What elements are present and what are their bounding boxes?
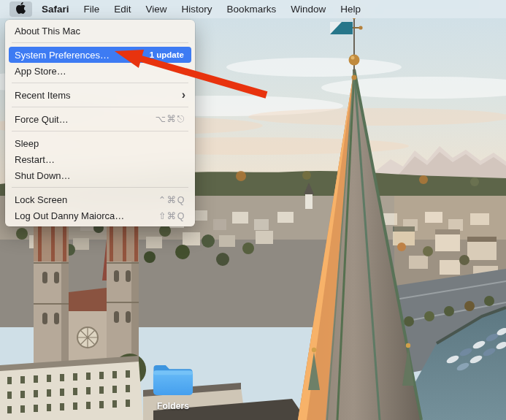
- menubar-app-name[interactable]: Safari: [34, 0, 77, 18]
- menu-item-shut-down[interactable]: Shut Down…: [9, 167, 191, 183]
- menu-item-sleep[interactable]: Sleep: [9, 135, 191, 151]
- menubar-item-view[interactable]: View: [139, 0, 175, 18]
- menubar-item-file[interactable]: File: [77, 0, 107, 18]
- folder-icon: [152, 362, 194, 400]
- folder-icon-label: Folders: [157, 401, 189, 411]
- menubar-item-bookmarks[interactable]: Bookmarks: [220, 0, 284, 18]
- menubar-item-window[interactable]: Window: [283, 0, 333, 18]
- menu-item-lock-screen[interactable]: Lock Screen ⌃⌘Q: [9, 191, 191, 207]
- apple-menu-button[interactable]: [9, 1, 32, 17]
- menu-item-recent-items[interactable]: Recent Items ›: [9, 87, 191, 103]
- desktop: Folders Safari File Edit View History Bo…: [0, 0, 506, 420]
- menu-bar: Safari File Edit View History Bookmarks …: [0, 0, 506, 18]
- apple-logo-icon: [16, 2, 26, 16]
- menu-separator: [12, 107, 188, 107]
- menu-item-about-this-mac[interactable]: About This Mac: [9, 23, 191, 39]
- shortcut-lock-screen: ⌃⌘Q: [158, 194, 185, 205]
- desktop-folder-folders[interactable]: Folders: [144, 362, 202, 411]
- menu-item-force-quit[interactable]: Force Quit… ⌥⌘⎋: [9, 111, 191, 127]
- menubar-item-history[interactable]: History: [175, 0, 220, 18]
- menu-item-restart[interactable]: Restart…: [9, 151, 191, 167]
- chevron-right-icon: ›: [182, 89, 185, 101]
- apple-menu: About This Mac System Preferences… 1 upd…: [5, 20, 195, 226]
- menu-item-app-store[interactable]: App Store…: [9, 63, 191, 79]
- menu-separator: [12, 83, 188, 83]
- menubar-item-help[interactable]: Help: [333, 0, 368, 18]
- menu-item-log-out[interactable]: Log Out Danny Maiorca… ⇧⌘Q: [9, 207, 191, 224]
- menubar-item-edit[interactable]: Edit: [107, 0, 138, 18]
- shortcut-log-out: ⇧⌘Q: [158, 210, 185, 221]
- update-badge: 1 update: [150, 50, 184, 59]
- menu-separator: [12, 187, 188, 188]
- menu-separator: [12, 131, 188, 131]
- shortcut-force-quit: ⌥⌘⎋: [156, 113, 185, 125]
- menu-separator: [12, 42, 188, 43]
- menu-item-system-preferences[interactable]: System Preferences… 1 update: [9, 47, 191, 63]
